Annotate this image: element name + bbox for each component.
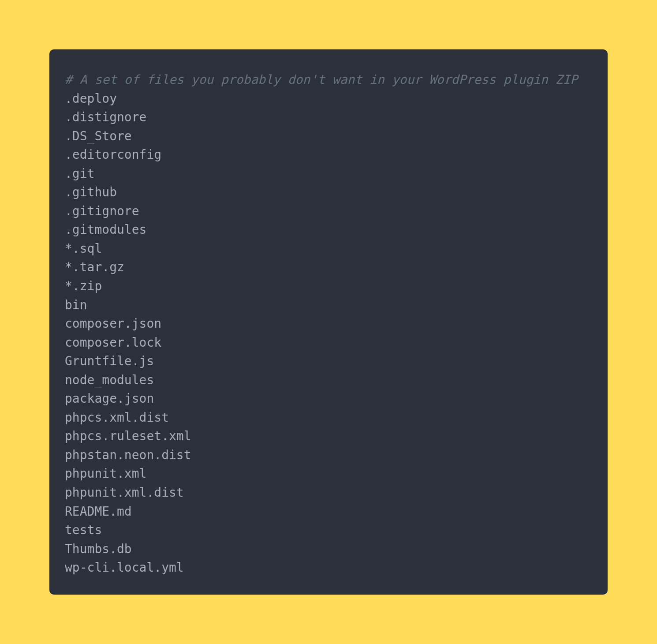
code-line: .gitignore [65,202,592,221]
code-comment: # A set of files you probably don't want… [65,71,592,90]
code-line: bin [65,296,592,315]
code-line: .distignore [65,108,592,127]
code-line: .gitmodules [65,221,592,240]
code-line: wp-cli.local.yml [65,558,592,577]
code-block: # A set of files you probably don't want… [49,49,608,595]
code-line: .editorconfig [65,146,592,165]
code-line: phpcs.ruleset.xml [65,427,592,446]
code-line: tests [65,521,592,540]
code-line: phpunit.xml.dist [65,483,592,502]
code-line: node_modules [65,371,592,390]
code-line: phpstan.neon.dist [65,446,592,465]
code-line: *.sql [65,240,592,258]
code-line: composer.lock [65,333,592,352]
code-line: Gruntfile.js [65,352,592,371]
code-content: # A set of files you probably don't want… [65,71,592,577]
code-line: Thumbs.db [65,540,592,559]
code-line: .DS_Store [65,127,592,146]
code-line: .deploy [65,90,592,109]
code-line: README.md [65,502,592,521]
code-line: *.tar.gz [65,258,592,277]
code-line: .github [65,183,592,202]
code-line: composer.json [65,315,592,333]
code-line: phpcs.xml.dist [65,408,592,427]
code-line: package.json [65,389,592,408]
code-line: *.zip [65,277,592,296]
code-line: phpunit.xml [65,464,592,483]
code-line: .git [65,165,592,183]
